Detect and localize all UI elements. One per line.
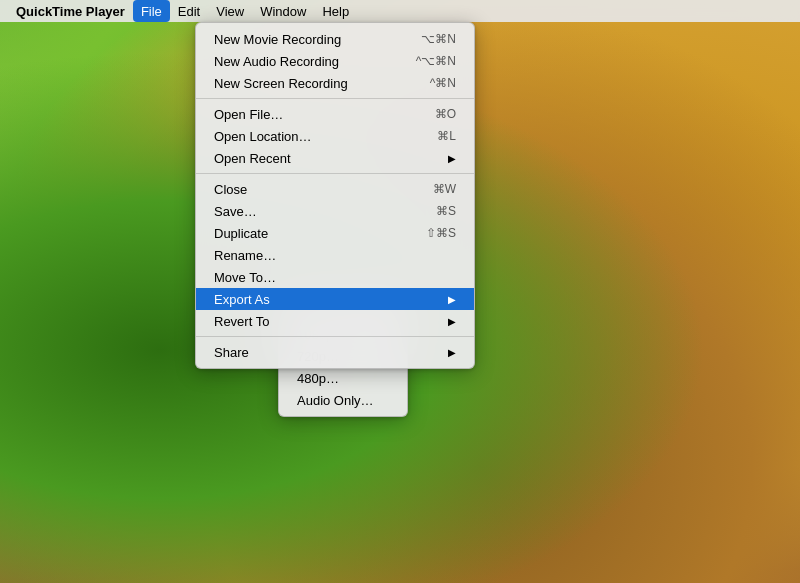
new-movie-label: New Movie Recording bbox=[214, 32, 341, 47]
export-as-label: Export As bbox=[214, 292, 270, 307]
menubar-view[interactable]: View bbox=[208, 0, 252, 22]
open-file[interactable]: Open File… ⌘O bbox=[196, 103, 474, 125]
duplicate-shortcut: ⇧⌘S bbox=[426, 226, 456, 240]
share[interactable]: Share ▶ bbox=[196, 341, 474, 363]
export-audio-only[interactable]: Audio Only… bbox=[279, 389, 407, 411]
save-shortcut: ⌘S bbox=[436, 204, 456, 218]
separator-3 bbox=[196, 336, 474, 337]
menubar: QuickTime Player File Edit View Window H… bbox=[0, 0, 800, 22]
new-audio-recording[interactable]: New Audio Recording ^⌥⌘N bbox=[196, 50, 474, 72]
move-to-label: Move To… bbox=[214, 270, 276, 285]
share-label: Share bbox=[214, 345, 249, 360]
close-label: Close bbox=[214, 182, 247, 197]
new-screen-shortcut: ^⌘N bbox=[430, 76, 456, 90]
view-menu-label: View bbox=[216, 4, 244, 19]
menubar-window[interactable]: Window bbox=[252, 0, 314, 22]
file-menu: New Movie Recording ⌥⌘N New Audio Record… bbox=[195, 22, 475, 369]
move-to[interactable]: Move To… bbox=[196, 266, 474, 288]
separator-2 bbox=[196, 173, 474, 174]
menubar-app-name[interactable]: QuickTime Player bbox=[8, 0, 133, 22]
export-480p[interactable]: 480p… bbox=[279, 367, 407, 389]
open-location-label: Open Location… bbox=[214, 129, 312, 144]
menubar-help[interactable]: Help bbox=[314, 0, 357, 22]
open-location-shortcut: ⌘L bbox=[437, 129, 456, 143]
export-as[interactable]: Export As ▶ bbox=[196, 288, 474, 310]
duplicate[interactable]: Duplicate ⇧⌘S bbox=[196, 222, 474, 244]
open-file-label: Open File… bbox=[214, 107, 283, 122]
revert-to[interactable]: Revert To ▶ bbox=[196, 310, 474, 332]
new-movie-recording[interactable]: New Movie Recording ⌥⌘N bbox=[196, 28, 474, 50]
open-file-shortcut: ⌘O bbox=[435, 107, 456, 121]
share-arrow: ▶ bbox=[448, 347, 456, 358]
rename-label: Rename… bbox=[214, 248, 276, 263]
revert-to-label: Revert To bbox=[214, 314, 269, 329]
file-menu-label: File bbox=[141, 4, 162, 19]
menubar-edit[interactable]: Edit bbox=[170, 0, 208, 22]
new-screen-label: New Screen Recording bbox=[214, 76, 348, 91]
close[interactable]: Close ⌘W bbox=[196, 178, 474, 200]
app-name-label: QuickTime Player bbox=[16, 4, 125, 19]
close-shortcut: ⌘W bbox=[433, 182, 456, 196]
separator-1 bbox=[196, 98, 474, 99]
duplicate-label: Duplicate bbox=[214, 226, 268, 241]
save[interactable]: Save… ⌘S bbox=[196, 200, 474, 222]
open-recent-label: Open Recent bbox=[214, 151, 291, 166]
edit-menu-label: Edit bbox=[178, 4, 200, 19]
help-menu-label: Help bbox=[322, 4, 349, 19]
open-location[interactable]: Open Location… ⌘L bbox=[196, 125, 474, 147]
open-recent-arrow: ▶ bbox=[448, 153, 456, 164]
new-screen-recording[interactable]: New Screen Recording ^⌘N bbox=[196, 72, 474, 94]
export-480p-label: 480p… bbox=[297, 371, 339, 386]
file-dropdown: New Movie Recording ⌥⌘N New Audio Record… bbox=[195, 22, 475, 369]
revert-to-arrow: ▶ bbox=[448, 316, 456, 327]
menubar-file[interactable]: File bbox=[133, 0, 170, 22]
new-movie-shortcut: ⌥⌘N bbox=[421, 32, 456, 46]
export-audio-only-label: Audio Only… bbox=[297, 393, 374, 408]
new-audio-shortcut: ^⌥⌘N bbox=[416, 54, 456, 68]
save-label: Save… bbox=[214, 204, 257, 219]
open-recent[interactable]: Open Recent ▶ bbox=[196, 147, 474, 169]
rename[interactable]: Rename… bbox=[196, 244, 474, 266]
new-audio-label: New Audio Recording bbox=[214, 54, 339, 69]
window-menu-label: Window bbox=[260, 4, 306, 19]
export-as-arrow: ▶ bbox=[448, 294, 456, 305]
